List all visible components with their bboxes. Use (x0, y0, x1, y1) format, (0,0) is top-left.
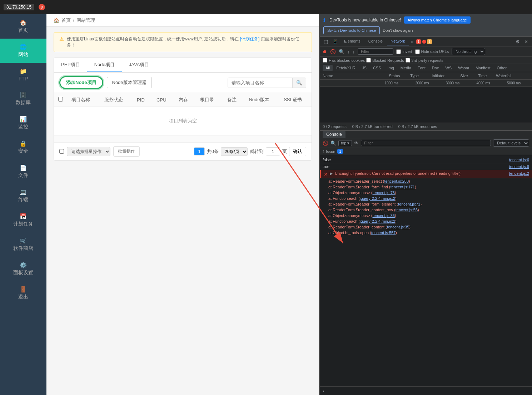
console-eye-icon[interactable]: 👁 (354, 140, 359, 146)
match-language-button[interactable]: Always match Chrome's language (404, 16, 471, 24)
sidebar-item-monitor[interactable]: 📊 监控 (0, 111, 46, 135)
warning-icon: ⚠ (59, 36, 64, 42)
breadcrumb-home-link[interactable]: 首页 (61, 17, 71, 24)
sidebar-label-files: 文件 (18, 172, 28, 179)
sidebar-item-settings[interactable]: ⚙️ 面板设置 (0, 257, 46, 281)
filter-wasm[interactable]: Wasm (455, 65, 472, 71)
filter-media[interactable]: Media (398, 65, 414, 71)
close-devtools-button[interactable]: ✕ (522, 38, 530, 45)
blocked-requests-checkbox[interactable] (366, 58, 371, 63)
record-icon[interactable]: ⏺ (323, 49, 327, 54)
tab-php[interactable]: PHP项目 (54, 58, 87, 72)
stack-link-7[interactable]: jquery-2.2.4.min.js:2 (360, 219, 395, 223)
sidebar-item-store[interactable]: 🛒 软件商店 (0, 232, 46, 257)
filter-all[interactable]: All (323, 65, 333, 71)
sidebar-item-ftp[interactable]: 📁 FTP (0, 63, 46, 87)
node-manager-button[interactable]: Node版本管理器 (107, 77, 152, 88)
gear-button[interactable]: ⚙ (514, 38, 522, 45)
breadcrumb-home-icon: 🏠 (54, 18, 59, 23)
stack-link-6[interactable]: tencent.js:36 (373, 213, 395, 218)
goto-input[interactable] (266, 147, 280, 155)
filter-manifest[interactable]: Manifest (473, 65, 493, 71)
empty-message: 项目列表为空 (54, 107, 312, 135)
clear-network-icon[interactable]: 🚫 (330, 49, 336, 54)
tab-java[interactable]: JAVA项目 (122, 58, 156, 72)
network-filter-input[interactable] (358, 48, 393, 55)
throttle-select[interactable]: No throttling (452, 48, 485, 55)
invert-checkbox[interactable] (396, 49, 401, 54)
console-link-true[interactable]: tencent.js:6 (509, 164, 529, 169)
batch-select[interactable]: 请选择批量操作 (67, 147, 110, 156)
network-filter-toolbar2: Has blocked cookies Blocked Requests 3rd… (320, 57, 532, 64)
error-icon: ✕ (324, 172, 328, 177)
dt-tab-network[interactable]: Network (387, 38, 408, 45)
sidebar-item-website[interactable]: 🌐 网站 (0, 39, 46, 63)
blocked-cookies-checkbox[interactable] (323, 58, 327, 63)
error-link[interactable]: tencent.js:2 (509, 171, 529, 176)
search-input[interactable] (228, 78, 292, 88)
sidebar-label-home: 首页 (18, 27, 28, 34)
console-link-false[interactable]: tencent.js:6 (509, 158, 529, 162)
stack-link-4[interactable]: tencent.js:71 (398, 202, 420, 206)
filter-css[interactable]: CSS (370, 65, 384, 71)
page-number-btn[interactable]: 1 (194, 147, 204, 155)
hide-data-checkbox[interactable] (415, 49, 420, 54)
stack-link-5[interactable]: tencent.js:56 (396, 208, 418, 212)
cursor-icon[interactable]: ⬚ (322, 38, 330, 45)
console-level-select[interactable]: Default levels (493, 139, 529, 147)
sidebar-item-logout[interactable]: 🚪 退出 (0, 281, 46, 305)
filter-js[interactable]: JS (359, 65, 369, 71)
filter-other[interactable]: Other (494, 65, 509, 71)
console-context-select[interactable]: top ▾ (338, 140, 352, 146)
stack-link-8[interactable]: tencent.js:35 (387, 225, 409, 229)
console-text-false: false (323, 158, 507, 162)
error-message: Uncaught TypeError: Cannot read properti… (335, 171, 507, 176)
goto-confirm-button[interactable]: 确认 (289, 147, 306, 156)
console-filter-input[interactable] (361, 140, 491, 146)
stack-link-9[interactable]: tencent.js:557 (371, 231, 396, 235)
page-select-all[interactable] (59, 149, 64, 154)
dt-tab-console[interactable]: Console (365, 38, 386, 45)
notice-link[interactable]: [计划任务] (240, 36, 260, 41)
filter-doc[interactable]: Doc (429, 65, 442, 71)
stack-link-2[interactable]: tencent.js:73 (373, 191, 395, 195)
console-clear-icon[interactable]: 🚫 (323, 140, 328, 146)
search-button[interactable]: 🔍 (292, 78, 306, 88)
dont-show-link[interactable]: Don't show again (383, 28, 413, 33)
add-node-button[interactable]: 添加Node项目 (59, 76, 103, 89)
filter-font[interactable]: Font (415, 65, 428, 71)
sidebar-item-terminal[interactable]: 💻 终端 (0, 184, 46, 208)
cron-icon: 📅 (20, 213, 27, 220)
page-label: 页 (282, 148, 287, 155)
stack-link-1[interactable]: tencent.js:171 (391, 185, 415, 189)
tab-node[interactable]: Node项目 (87, 58, 122, 72)
tabs-bar: PHP项目 Node项目 JAVA项目 (54, 58, 312, 73)
filter-img[interactable]: Img (385, 65, 397, 71)
batch-action-button[interactable]: 批量操作 (113, 146, 140, 157)
filter-fetch-xhr[interactable]: Fetch/XHR (333, 65, 358, 71)
info-icon: ℹ (323, 17, 325, 23)
download-icon[interactable]: ↓ (353, 49, 355, 54)
sidebar-item-home[interactable]: 🏠 首页 (0, 14, 46, 39)
search-network-icon[interactable]: 🔍 (339, 49, 344, 54)
more-tabs-icon[interactable]: » (409, 38, 416, 45)
expand-error-arrow[interactable]: ▶ (330, 171, 333, 176)
console-tab[interactable]: Console (323, 131, 345, 138)
device-icon[interactable]: 📱 (330, 38, 340, 45)
stack-link-3[interactable]: jquery-2.2.4.min.js:2 (360, 196, 395, 201)
upload-icon[interactable]: ↑ (347, 49, 350, 54)
per-page-select[interactable]: 20条/页 (221, 147, 248, 156)
select-all-checkbox[interactable] (58, 97, 63, 102)
blocked-cookies-label: Has blocked cookies (323, 58, 365, 63)
sidebar-item-database[interactable]: 🗄️ 数据库 (0, 87, 46, 111)
sidebar-item-cron[interactable]: 📅 计划任务 (0, 208, 46, 232)
dt-tab-elements[interactable]: Elements (340, 38, 364, 45)
sidebar-item-security[interactable]: 🔒 安全 (0, 135, 46, 159)
third-party-checkbox[interactable] (406, 58, 410, 63)
console-filter-icon[interactable]: 🔍 (330, 140, 336, 146)
filter-ws[interactable]: WS (442, 65, 454, 71)
sidebar-item-files[interactable]: 📄 文件 (0, 159, 46, 184)
switch-chinese-button[interactable]: Switch DevTools to Chinese (323, 26, 380, 34)
stack-link-0[interactable]: tencent.js:288 (384, 179, 409, 183)
stack-7: at Function.each (jquery-2.2.4.min.js:2) (320, 218, 532, 224)
